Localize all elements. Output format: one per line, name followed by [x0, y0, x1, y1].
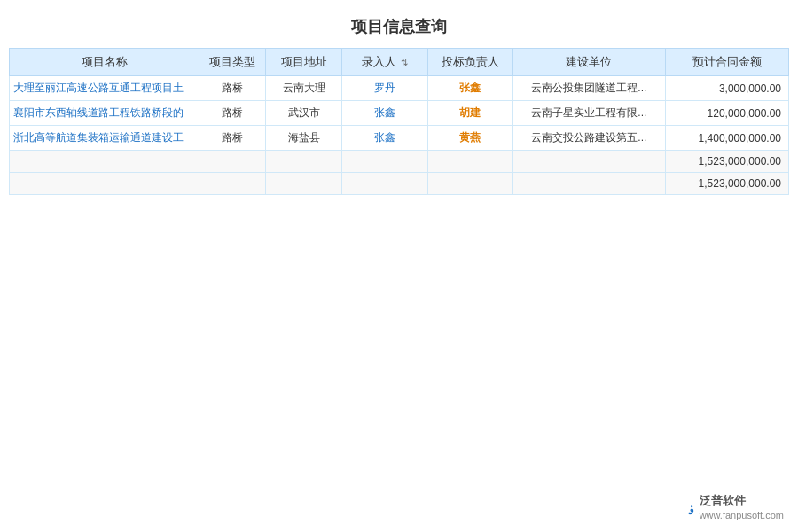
- watermark-url: www.fanpusoft.com: [700, 509, 784, 521]
- table-container: 项目名称 项目类型 项目地址 录入人 ⇅ 投标负责人 建设单位 预计合同金额 大…: [0, 48, 798, 195]
- cell-unit: 云南公投集团隧道工程...: [513, 76, 666, 101]
- table-row: 襄阳市东西轴线道路工程铁路桥段的 路桥 武汉市 张鑫 胡建 云南子星实业工程有限…: [10, 101, 789, 126]
- sort-icon[interactable]: ⇅: [401, 58, 408, 67]
- cell-address: 武汉市: [266, 101, 342, 126]
- subtotal-label-addr: [266, 151, 342, 173]
- cell-type: 路桥: [200, 126, 266, 151]
- subtotal-label-name: [10, 151, 200, 173]
- page-title: 项目信息查询: [0, 0, 798, 48]
- cell-unit: 云南子星实业工程有限...: [513, 101, 666, 126]
- cell-amount: 120,000,000.00: [665, 101, 788, 126]
- project-table: 项目名称 项目类型 项目地址 录入人 ⇅ 投标负责人 建设单位 预计合同金额 大…: [9, 48, 789, 195]
- subtotal-label-type: [200, 151, 266, 173]
- col-header-recorder[interactable]: 录入人 ⇅: [342, 49, 427, 76]
- watermark-text: 泛普软件 www.fanpusoft.com: [700, 494, 784, 521]
- cell-amount: 3,000,000.00: [665, 76, 788, 101]
- subtotal-amount: 1,523,000,000.00: [665, 151, 788, 173]
- table-row: 浙北高等航道集装箱运输通道建设工 路桥 海盐县 张鑫 黄燕 云南交投公路建设第五…: [10, 126, 789, 151]
- table-row: 大理至丽江高速公路互通工程项目土 路桥 云南大理 罗丹 张鑫 云南公投集团隧道工…: [10, 76, 789, 101]
- cell-name[interactable]: 浙北高等航道集装箱运输通道建设工: [10, 126, 200, 151]
- cell-recorder[interactable]: 张鑫: [342, 126, 427, 151]
- cell-bidder[interactable]: 黄燕: [427, 126, 512, 151]
- cell-type: 路桥: [200, 76, 266, 101]
- cell-name[interactable]: 大理至丽江高速公路互通工程项目土: [10, 76, 200, 101]
- col-header-amount: 预计合同金额: [665, 49, 788, 76]
- cell-type: 路桥: [200, 101, 266, 126]
- col-label-recorder: 录入人: [362, 55, 396, 68]
- subtotal-label-unit: [513, 151, 666, 173]
- cell-name[interactable]: 襄阳市东西轴线道路工程铁路桥段的: [10, 101, 200, 126]
- cell-unit: 云南交投公路建设第五...: [513, 126, 666, 151]
- cell-recorder[interactable]: 张鑫: [342, 101, 427, 126]
- watermark: ۏ 泛普软件 www.fanpusoft.com: [687, 494, 784, 521]
- cell-bidder[interactable]: 胡建: [427, 101, 512, 126]
- watermark-logo: ۏ: [687, 499, 696, 515]
- col-header-unit: 建设单位: [513, 49, 666, 76]
- col-header-name: 项目名称: [10, 49, 200, 76]
- cell-address: 云南大理: [266, 76, 342, 101]
- col-header-bidder: 投标负责人: [427, 49, 512, 76]
- subtotal-row: 1,523,000,000.00: [10, 151, 789, 173]
- col-header-type: 项目类型: [200, 49, 266, 76]
- watermark-brand: 泛普软件: [700, 494, 784, 509]
- total-label-type: [200, 173, 266, 195]
- cell-address: 海盐县: [266, 126, 342, 151]
- total-label-unit: [513, 173, 666, 195]
- total-label-bidder: [427, 173, 512, 195]
- cell-bidder[interactable]: 张鑫: [427, 76, 512, 101]
- total-row: 1,523,000,000.00: [10, 173, 789, 195]
- table-header-row: 项目名称 项目类型 项目地址 录入人 ⇅ 投标负责人 建设单位 预计合同金额: [10, 49, 789, 76]
- cell-recorder[interactable]: 罗丹: [342, 76, 427, 101]
- subtotal-label-bidder: [427, 151, 512, 173]
- total-label-addr: [266, 173, 342, 195]
- total-amount: 1,523,000,000.00: [665, 173, 788, 195]
- cell-amount: 1,400,000,000.00: [665, 126, 788, 151]
- total-label-recorder: [342, 173, 427, 195]
- total-label-name: [10, 173, 200, 195]
- subtotal-label-recorder: [342, 151, 427, 173]
- col-header-address: 项目地址: [266, 49, 342, 76]
